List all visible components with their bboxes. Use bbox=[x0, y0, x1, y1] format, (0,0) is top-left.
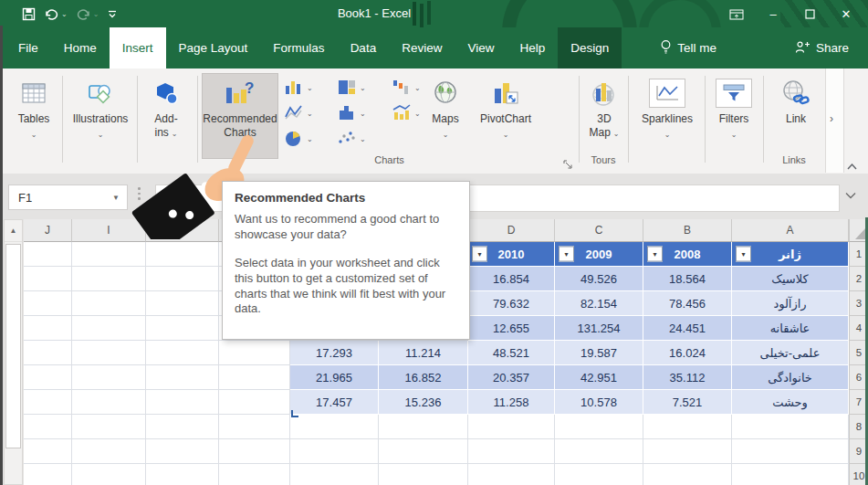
cell-I3[interactable] bbox=[72, 291, 146, 316]
cell-C2[interactable]: 49.526 bbox=[555, 267, 643, 291]
link-button[interactable]: Link bbox=[769, 74, 823, 126]
cell-B1[interactable]: ▾2008 bbox=[643, 242, 732, 267]
cell-F7[interactable]: 17.457 bbox=[290, 390, 379, 415]
close-button[interactable]: ✕ bbox=[828, 0, 864, 27]
cell-H8[interactable] bbox=[146, 415, 219, 439]
cell-D9[interactable] bbox=[468, 439, 555, 464]
cell-B10[interactable] bbox=[643, 464, 732, 485]
treemap-chart-button[interactable]: ⌄ bbox=[337, 78, 366, 96]
sparklines-button[interactable]: Sparklines ⌄ bbox=[633, 74, 701, 142]
cell-F5[interactable]: 17.293 bbox=[290, 341, 379, 365]
cell-H9[interactable] bbox=[146, 439, 219, 464]
cell-J3[interactable] bbox=[24, 291, 72, 316]
cell-C4[interactable]: 131.254 bbox=[555, 316, 643, 341]
undo-dropdown-icon[interactable]: ⌄ bbox=[61, 10, 68, 18]
cell-I1[interactable] bbox=[72, 242, 146, 267]
cell-G8[interactable] bbox=[219, 415, 290, 439]
cell-J1[interactable] bbox=[24, 242, 72, 267]
cell-A4[interactable]: عاشقانه bbox=[732, 316, 849, 341]
cell-J7[interactable] bbox=[24, 390, 72, 415]
tab-data[interactable]: Data bbox=[338, 27, 390, 69]
tab-view[interactable]: View bbox=[455, 27, 507, 69]
scatter-chart-button[interactable]: ⌄ bbox=[337, 129, 366, 147]
table-resize-handle[interactable] bbox=[291, 409, 299, 417]
tables-button[interactable]: Tables ⌄ bbox=[9, 74, 58, 142]
name-box-dropdown-icon[interactable]: ▼ bbox=[112, 194, 127, 202]
cell-C10[interactable] bbox=[555, 464, 643, 485]
cell-D8[interactable] bbox=[468, 415, 555, 439]
tab-design[interactable]: Design bbox=[558, 27, 622, 69]
cell-F10[interactable] bbox=[290, 464, 379, 485]
expand-formula-bar-icon[interactable] bbox=[845, 190, 856, 201]
cell-G10[interactable] bbox=[219, 464, 290, 485]
cell-H2[interactable] bbox=[146, 267, 219, 291]
tab-home[interactable]: Home bbox=[51, 27, 110, 69]
column-header-A[interactable]: A bbox=[732, 219, 849, 242]
column-header-J[interactable]: J bbox=[24, 219, 72, 242]
maps-button[interactable]: Maps ⌄ bbox=[424, 74, 467, 142]
filters-button[interactable]: Filters ⌄ bbox=[708, 74, 759, 142]
cell-B5[interactable]: 16.024 bbox=[643, 341, 732, 365]
minimize-button[interactable]: – bbox=[755, 0, 791, 27]
cell-G7[interactable] bbox=[219, 390, 290, 415]
cell-D5[interactable]: 48.521 bbox=[468, 341, 555, 365]
cell-A3[interactable]: رازآلود bbox=[732, 291, 849, 316]
cell-I5[interactable] bbox=[72, 341, 146, 365]
cell-D10[interactable] bbox=[468, 464, 555, 485]
cell-C6[interactable]: 42.951 bbox=[555, 365, 643, 390]
column-chart-button[interactable]: ⌄ bbox=[284, 78, 313, 96]
cell-I8[interactable] bbox=[72, 415, 146, 439]
tab-insert[interactable]: Insert bbox=[110, 27, 166, 69]
cell-A2[interactable]: کلاسیک bbox=[732, 267, 849, 291]
filter-dropdown-icon[interactable]: ▾ bbox=[559, 247, 574, 262]
save-icon[interactable] bbox=[22, 7, 36, 21]
line-chart-button[interactable]: ⌄ bbox=[284, 103, 313, 121]
cell-D1[interactable]: ▾2010 bbox=[468, 242, 555, 267]
column-header-D[interactable]: D bbox=[468, 219, 555, 242]
cell-I9[interactable] bbox=[72, 439, 146, 464]
cell-E10[interactable] bbox=[379, 464, 468, 485]
cell-F6[interactable]: 21.965 bbox=[290, 365, 379, 390]
cell-A5[interactable]: علمی-تخیلی bbox=[732, 341, 849, 365]
cell-B4[interactable]: 24.451 bbox=[643, 316, 732, 341]
cell-E9[interactable] bbox=[379, 439, 468, 464]
vertical-scrollbar[interactable]: ▲ bbox=[4, 219, 23, 485]
cell-F8[interactable] bbox=[290, 415, 379, 439]
cell-J9[interactable] bbox=[24, 439, 72, 464]
cell-E6[interactable]: 16.852 bbox=[379, 365, 468, 390]
cell-J5[interactable] bbox=[24, 341, 72, 365]
cell-H1[interactable] bbox=[146, 242, 219, 267]
cell-A6[interactable]: خانوادگی bbox=[732, 365, 849, 390]
cell-B2[interactable]: 18.564 bbox=[643, 267, 732, 291]
cell-B8[interactable] bbox=[643, 415, 732, 439]
ribbon-display-options-icon[interactable] bbox=[718, 0, 755, 27]
illustrations-button[interactable]: Illustrations ⌄ bbox=[66, 74, 135, 142]
cell-B9[interactable] bbox=[643, 439, 732, 464]
filter-dropdown-icon[interactable]: ▾ bbox=[472, 247, 487, 262]
cell-I10[interactable] bbox=[72, 464, 146, 485]
cell-C9[interactable] bbox=[555, 439, 643, 464]
cell-D3[interactable]: 79.632 bbox=[468, 291, 555, 316]
cell-I4[interactable] bbox=[72, 316, 146, 341]
tab-share[interactable]: Share bbox=[782, 27, 862, 69]
scrollbar-thumb[interactable] bbox=[5, 244, 21, 448]
cell-B6[interactable]: 35.112 bbox=[643, 365, 732, 390]
collapse-ribbon-icon[interactable] bbox=[846, 158, 858, 174]
tab-tell-me[interactable]: Tell me bbox=[647, 27, 729, 69]
column-header-C[interactable]: C bbox=[555, 219, 643, 242]
cell-G5[interactable] bbox=[219, 341, 290, 365]
cell-H3[interactable] bbox=[146, 291, 219, 316]
cell-A7[interactable]: وحشت bbox=[732, 390, 849, 415]
cell-I2[interactable] bbox=[72, 267, 146, 291]
cell-E5[interactable]: 11.214 bbox=[379, 341, 468, 365]
filter-dropdown-icon[interactable]: ▾ bbox=[736, 247, 751, 262]
histogram-chart-button[interactable]: ⌄ bbox=[337, 103, 366, 121]
undo-button[interactable]: ⌄ bbox=[44, 7, 68, 20]
tab-file[interactable]: File bbox=[5, 27, 51, 69]
cell-I7[interactable] bbox=[72, 390, 146, 415]
3d-map-button[interactable]: 3D Map⌄ bbox=[582, 74, 626, 141]
cell-H4[interactable] bbox=[146, 316, 219, 341]
cell-D6[interactable]: 20.357 bbox=[468, 365, 555, 390]
tab-help[interactable]: Help bbox=[507, 27, 558, 69]
cell-C5[interactable]: 19.587 bbox=[555, 341, 643, 365]
